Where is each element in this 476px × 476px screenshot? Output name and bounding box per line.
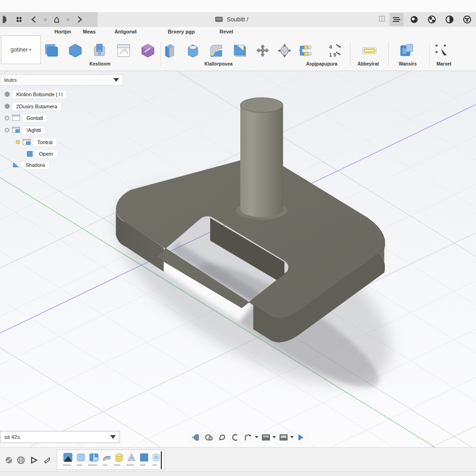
timeline-feature-revolve-icon[interactable] xyxy=(126,452,137,463)
timeline-feature-extrude-icon[interactable] xyxy=(76,452,86,463)
hole-icon[interactable] xyxy=(185,43,201,59)
timeline-step-back-button[interactable] xyxy=(16,455,26,465)
extrude-icon[interactable] xyxy=(162,43,178,59)
new-sketch-icon[interactable] xyxy=(116,43,132,59)
create-form-icon[interactable] xyxy=(140,43,156,59)
window-bottom-strip xyxy=(0,471,476,476)
browser-item-label: 2Dusirs Butamera xyxy=(13,103,61,110)
viewports-icon[interactable] xyxy=(296,432,307,443)
grid-snaps-icon[interactable] xyxy=(278,432,289,443)
timeline-range-dropdown[interactable]: sá 42s xyxy=(0,431,120,443)
visibility-ring-icon[interactable] xyxy=(5,116,9,120)
display-dropdown-caret[interactable] xyxy=(272,436,276,438)
group-label-modify: Klallorpouea xyxy=(205,61,233,66)
chevron-down-icon xyxy=(110,435,116,439)
browser-item-bodies[interactable]: !Aghtti xyxy=(5,125,45,135)
move-icon[interactable] xyxy=(255,43,271,59)
tab-solid[interactable]: Hortpn xyxy=(54,29,71,34)
timeline-feature-cylinder-icon[interactable] xyxy=(114,452,124,463)
browser-item-sketches[interactable]: Tontral xyxy=(16,137,56,147)
zoom-icon[interactable] xyxy=(230,432,241,443)
sketch-folder-icon xyxy=(23,139,31,145)
insert-icon[interactable] xyxy=(399,43,415,59)
fusion-app-window: Soubitt / Hortpn Meas Antgorwl Brxery xyxy=(0,0,476,476)
group-label-create: Kestioxm xyxy=(89,61,110,66)
browser-item-sketch1[interactable]: Shadora xyxy=(13,160,49,170)
data-panel-toggle-icon[interactable] xyxy=(379,16,385,22)
extensions-icon[interactable] xyxy=(390,13,403,26)
display-settings-icon[interactable] xyxy=(260,432,271,443)
workspace-selector[interactable]: gotiner ▾ xyxy=(1,35,41,64)
ribbon-separator xyxy=(160,42,161,66)
import-body-icon[interactable] xyxy=(92,43,107,59)
timeline-feature-shell-icon[interactable] xyxy=(151,452,161,463)
timeline-feature-combine-icon[interactable] xyxy=(89,452,99,463)
group-label-insert: Wansirs xyxy=(399,61,417,66)
svg-text:4: 4 xyxy=(329,44,332,50)
timeline-feature-fillet-icon[interactable] xyxy=(101,452,112,463)
ribbon-toolbar: gotiner ▾ 419 Kestioxm Klallorpouea Aspj… xyxy=(0,39,476,71)
orbit-icon[interactable] xyxy=(204,432,215,443)
tab-mesh[interactable]: Antgorwl xyxy=(114,29,137,34)
titlebar-right-icons xyxy=(390,12,476,27)
browser-item-body1[interactable]: Opem xyxy=(27,149,57,159)
configure-icon[interactable] xyxy=(362,43,377,59)
joint-icon[interactable] xyxy=(298,43,314,59)
ribbon-separator xyxy=(388,42,389,66)
timeline-range-label: sá 42s xyxy=(4,434,20,440)
create-cylinder-icon[interactable] xyxy=(67,43,83,59)
timeline-feature-track xyxy=(57,450,165,470)
tab-surface[interactable]: Meas xyxy=(83,29,96,34)
apps-grid-icon[interactable] xyxy=(14,14,24,25)
shell-icon[interactable] xyxy=(231,43,247,59)
browser-item-label: Klolinn Bobsmde | l l xyxy=(13,91,66,98)
feature-label-smudge xyxy=(140,464,145,466)
browser-item-origin[interactable]: Gontatl xyxy=(5,113,46,123)
browser-item-label: Shadora xyxy=(22,161,49,169)
fit-icon[interactable] xyxy=(243,432,254,443)
undo-button[interactable] xyxy=(29,14,39,25)
browser-item-named-views[interactable]: 2Dusirs Butamera xyxy=(5,101,61,111)
sketch-wedge-icon xyxy=(13,162,19,167)
toolbar-dot-icon xyxy=(44,18,47,21)
grid-dropdown-caret[interactable] xyxy=(290,436,294,438)
timeline-skip-start-button[interactable] xyxy=(4,455,14,465)
group-label-configure: Abbeyirat xyxy=(357,61,379,66)
window-top-strip xyxy=(0,0,476,12)
browser-header[interactable]: leutrs xyxy=(0,74,123,86)
timeline-play-button[interactable] xyxy=(29,455,39,465)
align-icon[interactable] xyxy=(277,43,292,59)
document-tab[interactable]: Soubitt / xyxy=(215,12,248,27)
browser-item-document-settings[interactable]: Klolinn Bobsmde | l l xyxy=(5,89,66,99)
theme-toggle-icon[interactable] xyxy=(443,13,456,26)
job-status-icon[interactable] xyxy=(425,13,439,26)
group-label-assemble: Aspjpapupura xyxy=(306,61,337,66)
timeline-step-forward-button[interactable] xyxy=(42,455,52,465)
timeline-marker[interactable] xyxy=(161,451,162,469)
save-icon[interactable] xyxy=(52,14,62,25)
visibility-dot-icon[interactable] xyxy=(5,104,10,109)
visibility-ring-icon[interactable] xyxy=(5,128,9,132)
fillet-icon[interactable] xyxy=(208,43,224,59)
capture-position-icon[interactable]: 419 xyxy=(328,43,344,59)
visibility-dot-icon[interactable] xyxy=(5,92,10,97)
redo-button[interactable] xyxy=(74,14,85,25)
tab-utilities[interactable]: Revel xyxy=(219,29,233,34)
select-icon[interactable] xyxy=(434,43,450,59)
timeline-feature-sketch-icon[interactable] xyxy=(63,452,73,463)
tab-sheetmetal[interactable]: Brxery pgp xyxy=(168,29,195,34)
timeline-feature-box-icon[interactable] xyxy=(139,452,149,463)
feature-label-smudge xyxy=(63,464,71,466)
new-component-icon[interactable] xyxy=(43,43,59,59)
pan-icon[interactable] xyxy=(217,432,228,443)
fit-dropdown-caret[interactable] xyxy=(255,436,258,438)
comment-icon[interactable] xyxy=(191,432,202,443)
ribbon-separator xyxy=(429,42,430,66)
feature-label-smudge xyxy=(88,464,97,466)
file-menu-icon-partial[interactable] xyxy=(3,15,9,24)
viewport-canvas[interactable] xyxy=(0,71,476,476)
user-profile-icon[interactable] xyxy=(460,13,474,26)
lightbulb-icon[interactable] xyxy=(16,140,20,144)
notifications-icon[interactable] xyxy=(407,13,421,26)
ribbon-separator xyxy=(350,42,350,66)
